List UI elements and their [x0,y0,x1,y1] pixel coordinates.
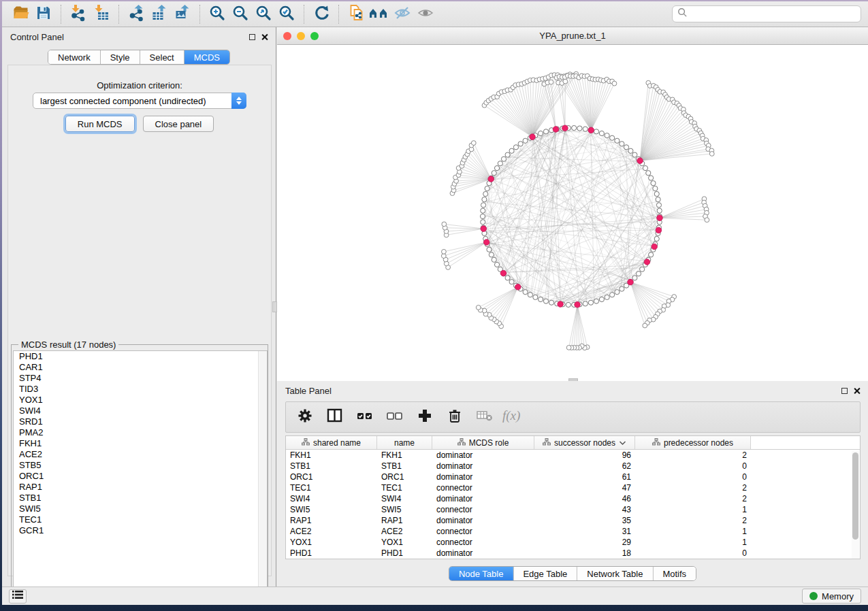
float-table-icon[interactable] [841,388,848,394]
table-row[interactable]: TEC1TEC1connector472 [286,482,860,493]
search-box[interactable] [672,5,861,22]
mcds-result-item[interactable]: FKH1 [14,438,267,449]
table-cell: connector [432,482,534,493]
mcds-result-item[interactable]: TEC1 [14,514,267,525]
table-cell: 1 [635,537,751,548]
refresh-icon [312,4,331,24]
export-image-button[interactable] [171,4,194,24]
mcds-result-item[interactable]: STB5 [14,460,267,471]
mcds-result-item[interactable]: PHD1 [14,351,267,362]
table-row[interactable]: FKH1FKH1dominator962 [286,450,860,461]
zoom-in-button[interactable] [206,4,229,24]
table-cell: STB1 [286,461,377,472]
table-cell: dominator [432,493,534,504]
run-mcds-button[interactable]: Run MCDS [65,116,135,132]
zoom-fit-button[interactable] [252,4,275,24]
mcds-result-list[interactable]: PHD1CAR1STP4TID3YOX1SWI4SRD1PMA2FKH1ACE2… [13,350,268,594]
mcds-result-item[interactable]: RAP1 [14,482,267,493]
mcds-result-item[interactable]: CAR1 [14,362,267,373]
export-table-button[interactable] [148,4,171,24]
column-header-MCDS-role[interactable]: MCDS role [432,436,534,449]
criterion-dropdown[interactable]: largest connected component (undirected) [33,93,246,109]
mcds-result-item[interactable]: GCR1 [14,525,267,536]
close-table-icon[interactable] [854,388,860,394]
table-row[interactable]: PHD1PHD1dominator180 [286,548,860,559]
show-all-icon [416,4,435,24]
table-row[interactable]: STB1STB1dominator620 [286,461,860,472]
select-all-button[interactable] [355,408,374,427]
table-scrollbar-thumb[interactable] [852,452,858,540]
mcds-result-item[interactable]: PMA2 [14,427,267,438]
export-network-button[interactable] [125,4,148,24]
network-titlebar[interactable]: YPA_prune.txt_1 [277,27,868,45]
tab-mcds[interactable]: MCDS [184,50,229,64]
tab-network-table[interactable]: Network Table [577,567,653,580]
mcds-list-scrollbar[interactable] [258,351,267,593]
import-network-icon [69,4,87,24]
column-header-successor-nodes[interactable]: successor nodes [534,436,635,449]
zoom-selected-button[interactable] [275,4,298,24]
float-panel-icon[interactable] [249,34,255,40]
close-panel-button[interactable]: Close panel [143,116,214,132]
copy-network-button[interactable] [344,4,368,24]
mcds-result-item[interactable]: TID3 [14,384,267,395]
desktop-wallpaper: Control Panel NetworkStyleSelectMCDS Opt… [0,0,868,611]
memory-button[interactable]: Memory [802,589,861,604]
table-cell: 46 [534,493,635,504]
mcds-result-item[interactable]: SWI4 [14,406,267,416]
hide-selected-button[interactable] [391,4,414,24]
table-row[interactable]: YOX1YOX1connector291 [286,537,860,548]
table-row[interactable]: RAP1RAP1dominator352 [286,515,860,526]
close-panel-icon[interactable] [261,34,268,40]
tab-edge-table[interactable]: Edge Table [513,567,577,580]
refresh-button[interactable] [310,4,333,24]
deselect-all-button[interactable] [385,408,404,427]
table-row[interactable]: SWI5SWI5connector431 [286,504,860,515]
panel-splitter-handle[interactable] [272,301,277,312]
tab-style[interactable]: Style [101,50,140,64]
table-row[interactable]: SWI4SWI4dominator462 [286,493,860,504]
save-button[interactable] [32,4,55,24]
show-all-button[interactable] [414,4,437,24]
table-cell: connector [432,504,534,515]
table-row[interactable]: ORC1ORC1dominator610 [286,472,860,482]
column-header-name[interactable]: name [377,436,432,449]
table-cell: 2 [635,482,751,493]
mcds-result-item[interactable]: SWI5 [14,503,267,514]
mcds-result-item[interactable]: ORC1 [14,471,267,482]
table-cell: dominator [432,450,534,461]
columns-button[interactable] [325,408,344,427]
hierarchy-icon [457,438,466,448]
node-table[interactable]: shared namenameMCDS rolesuccessor nodesp… [285,435,861,559]
column-header-predecessor-nodes[interactable]: predecessor nodes [635,436,751,449]
mcds-result-item[interactable]: YOX1 [14,395,267,406]
open-folder-button[interactable] [9,4,32,24]
network-graph[interactable] [277,45,868,381]
tab-node-table[interactable]: Node Table [449,567,514,580]
task-history-button[interactable] [9,589,27,604]
toolbar-separator [338,5,339,24]
table-scrollbar[interactable] [852,451,859,559]
table-cell: dominator [432,548,534,559]
first-neighbors-button[interactable] [368,4,391,24]
tab-network[interactable]: Network [48,50,101,64]
tab-motifs[interactable]: Motifs [653,567,696,580]
import-network-button[interactable] [67,4,90,24]
column-header-shared-name[interactable]: shared name [286,436,377,449]
network-canvas[interactable] [277,45,868,381]
zoom-out-button[interactable] [229,4,252,24]
search-input[interactable] [691,10,856,19]
tab-select[interactable]: Select [140,50,184,64]
table-row[interactable]: ACE2ACE2connector311 [286,526,860,537]
gear-button[interactable] [295,408,315,427]
mcds-result-item[interactable]: STB1 [14,493,267,503]
mcds-result-item[interactable]: SRD1 [14,416,267,427]
mcds-result-item[interactable]: ACE2 [14,449,267,460]
mcds-result-item[interactable]: STP4 [14,373,267,384]
table-panel: Table Panel f(x) shared namenameMCDS rol… [277,381,868,587]
add-button[interactable] [415,408,434,427]
hierarchy-icon [543,438,551,448]
table-cell: STB1 [377,461,432,472]
delete-button[interactable] [445,408,464,427]
import-table-button[interactable] [90,4,113,24]
